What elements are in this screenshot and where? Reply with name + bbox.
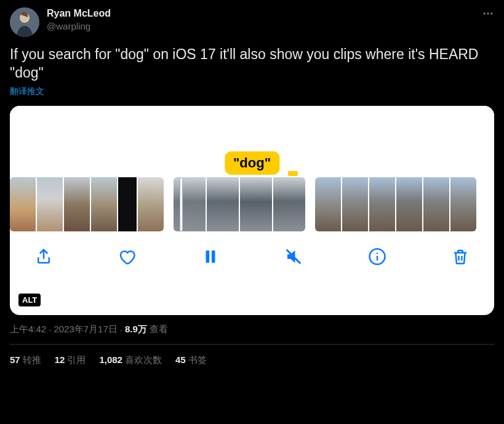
tweet-meta[interactable]: 上午4:42 · 2023年7月17日 · 8.9万 查看 <box>10 324 494 335</box>
svg-rect-5 <box>206 250 209 263</box>
media-toolbar <box>10 235 494 281</box>
info-icon[interactable] <box>368 247 386 266</box>
stat-bookmarks[interactable]: 45书签 <box>175 354 207 366</box>
media-attachment[interactable]: "dog" <box>10 106 494 315</box>
tweet-time: 上午4:42 <box>10 324 46 335</box>
svg-point-10 <box>376 252 378 254</box>
stat-retweets[interactable]: 57转推 <box>10 354 41 366</box>
tweet-text: If you search for "dog" on iOS 17 it'll … <box>10 46 494 82</box>
user-handle: @warpling <box>47 20 111 33</box>
svg-rect-6 <box>212 250 215 263</box>
tweet-date: 2023年7月17日 <box>54 324 117 335</box>
trash-icon[interactable] <box>451 247 470 266</box>
clip-group-1[interactable] <box>10 177 164 231</box>
stat-likes[interactable]: 1,082喜欢次数 <box>99 354 162 366</box>
stat-quotes[interactable]: 12引用 <box>55 354 86 366</box>
timeline-marker <box>288 171 298 176</box>
user-block[interactable]: Ryan McLeod @warpling <box>47 7 111 32</box>
clip-group-2[interactable] <box>174 177 305 231</box>
display-name: Ryan McLeod <box>47 7 111 20</box>
svg-point-2 <box>484 12 486 14</box>
media-top-area: "dog" <box>10 106 494 174</box>
translate-link[interactable]: 翻译推文 <box>10 86 44 97</box>
tweet-stats: 57转推 12引用 1,082喜欢次数 45书签 <box>10 345 494 366</box>
share-icon[interactable] <box>34 247 53 266</box>
alt-badge[interactable]: ALT <box>18 294 41 306</box>
svg-point-3 <box>487 12 489 14</box>
video-timeline[interactable] <box>10 174 494 235</box>
clip-group-3[interactable] <box>315 177 476 231</box>
playhead-icon[interactable] <box>180 177 183 231</box>
mute-icon[interactable] <box>284 247 303 266</box>
tweet-container: Ryan McLeod @warpling If you search for … <box>0 0 504 366</box>
heart-icon[interactable] <box>118 247 136 266</box>
svg-point-4 <box>490 12 492 14</box>
more-icon[interactable] <box>482 7 494 22</box>
views-label: 查看 <box>150 324 168 335</box>
avatar[interactable] <box>10 7 39 37</box>
views-count: 8.9万 <box>125 324 147 335</box>
tweet-header: Ryan McLeod @warpling <box>10 7 494 37</box>
pause-icon[interactable] <box>201 247 220 266</box>
search-token-bubble: "dog" <box>225 151 279 175</box>
